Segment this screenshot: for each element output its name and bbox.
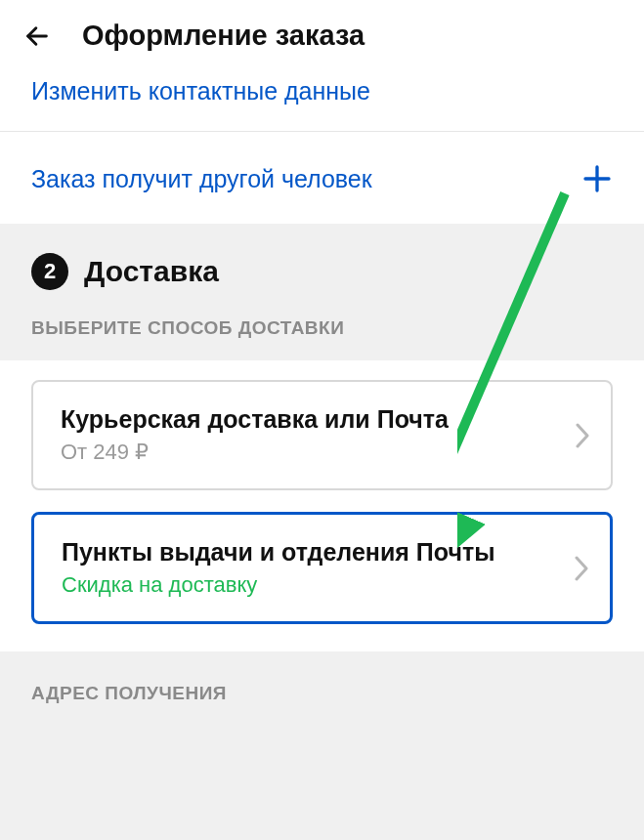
other-person-label: Заказ получит другой человек: [31, 165, 372, 193]
delivery-step-section: 2 Доставка ВЫБЕРИТЕ СПОСОБ ДОСТАВКИ: [0, 224, 644, 360]
header: Оформление заказа: [0, 0, 644, 67]
choose-method-label: ВЫБЕРИТЕ СПОСОБ ДОСТАВКИ: [31, 317, 613, 339]
chevron-right-icon: [573, 554, 590, 583]
page-title: Оформление заказа: [82, 20, 365, 52]
contact-section: Изменить контактные данные: [0, 67, 644, 131]
delivery-option-text: Пункты выдачи и отделения Почты Скидка н…: [62, 538, 495, 598]
delivery-option-courier[interactable]: Курьерская доставка или Почта От 249 ₽: [31, 380, 613, 490]
delivery-options-list: Курьерская доставка или Почта От 249 ₽ П…: [0, 360, 644, 651]
delivery-option-title: Пункты выдачи и отделения Почты: [62, 538, 495, 567]
delivery-option-title: Курьерская доставка или Почта: [61, 405, 449, 434]
step-number-badge: 2: [31, 253, 68, 290]
other-person-button[interactable]: Заказ получит другой человек: [31, 132, 613, 224]
address-label: АДРЕС ПОЛУЧЕНИЯ: [31, 683, 613, 704]
plus-icon: [581, 163, 613, 194]
edit-contact-link[interactable]: Изменить контактные данные: [31, 67, 613, 131]
address-section: АДРЕС ПОЛУЧЕНИЯ: [0, 651, 644, 732]
delivery-option-pickup[interactable]: Пункты выдачи и отделения Почты Скидка н…: [31, 512, 613, 624]
chevron-right-icon: [574, 421, 591, 450]
other-person-section: Заказ получит другой человек: [0, 132, 644, 224]
delivery-option-subtitle: Скидка на доставку: [62, 572, 495, 598]
delivery-option-subtitle: От 249 ₽: [61, 440, 449, 465]
back-arrow-icon[interactable]: [23, 22, 51, 50]
delivery-option-text: Курьерская доставка или Почта От 249 ₽: [61, 405, 449, 465]
step-title: Доставка: [84, 255, 219, 288]
step-header: 2 Доставка: [31, 253, 613, 290]
